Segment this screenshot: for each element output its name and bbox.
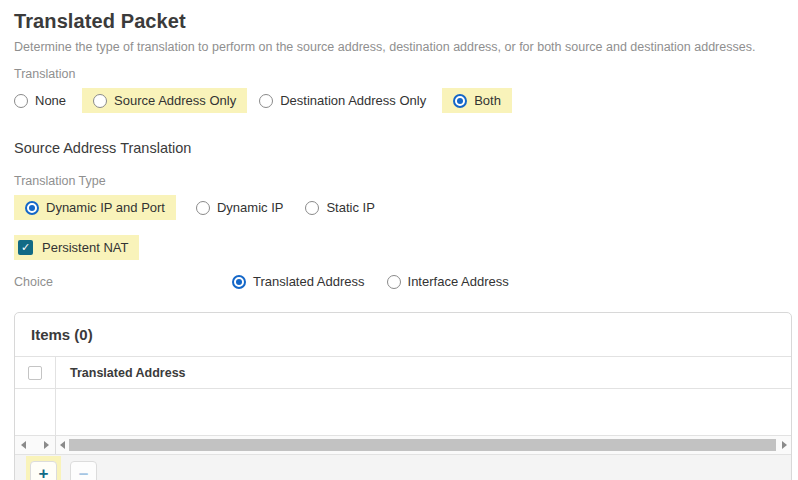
radio-label: Source Address Only [114, 93, 236, 108]
radio-label: Interface Address [408, 274, 509, 289]
remove-item-button[interactable]: – [70, 461, 97, 480]
scroll-right-icon[interactable] [782, 441, 787, 449]
radio-source-address-only[interactable]: Source Address Only [82, 88, 247, 113]
add-item-button[interactable]: + [30, 461, 57, 480]
radio-translated-address[interactable]: Translated Address [232, 269, 365, 294]
persistent-nat-row: Persistent NAT [14, 235, 784, 260]
items-panel-header: Items (0) [15, 313, 791, 357]
radio-icon [14, 94, 28, 108]
radio-icon [196, 201, 210, 215]
radio-label: None [35, 93, 66, 108]
radio-both[interactable]: Both [442, 88, 512, 113]
horizontal-scrollbar[interactable] [56, 436, 791, 454]
table-scrollbar-row [15, 435, 791, 455]
radio-selected-icon [232, 275, 246, 289]
radio-label: Translated Address [253, 274, 365, 289]
checkbox-label: Persistent NAT [42, 240, 128, 255]
choice-label: Choice [14, 275, 232, 289]
translation-type-radio-group: Dynamic IP and Port Dynamic IP Static IP [14, 195, 784, 220]
radio-static-ip[interactable]: Static IP [305, 195, 374, 220]
radio-label: Dynamic IP and Port [46, 200, 165, 215]
items-panel-footer: + – [15, 455, 791, 480]
scroll-left-icon[interactable] [60, 441, 65, 449]
add-button-highlight: + [26, 456, 61, 480]
translated-packet-page: Translated Packet Determine the type of … [0, 0, 798, 480]
radio-label: Static IP [326, 200, 374, 215]
radio-label: Destination Address Only [280, 93, 426, 108]
items-count-title: Items (0) [31, 326, 93, 343]
table-column-header-row: Translated Address [15, 357, 791, 389]
scrollbar-thumb[interactable] [69, 439, 776, 451]
items-panel: Items (0) Translated Address + [14, 312, 792, 480]
pager-left-icon[interactable] [21, 441, 26, 449]
checkbox-checked-icon [18, 240, 33, 255]
radio-icon [259, 94, 273, 108]
column-pager [15, 436, 56, 454]
radio-label: Dynamic IP [217, 200, 283, 215]
radio-dynamic-ip-and-port[interactable]: Dynamic IP and Port [14, 195, 176, 220]
checkbox-column-gutter [15, 389, 56, 435]
pager-right-icon[interactable] [44, 441, 49, 449]
column-header-translated-address: Translated Address [56, 357, 186, 388]
radio-icon [305, 201, 319, 215]
radio-selected-icon [25, 201, 39, 215]
translation-type-label: Translation Type [14, 174, 784, 188]
translation-radio-group: None Source Address Only Destination Add… [14, 88, 784, 113]
page-title: Translated Packet [14, 10, 784, 33]
radio-icon [387, 275, 401, 289]
select-all-checkbox[interactable] [28, 366, 42, 380]
table-body-empty [15, 389, 791, 435]
radio-none[interactable]: None [14, 88, 66, 113]
choice-row: Choice Translated Address Interface Addr… [14, 269, 784, 294]
persistent-nat-checkbox[interactable]: Persistent NAT [14, 235, 139, 260]
radio-dynamic-ip[interactable]: Dynamic IP [196, 195, 283, 220]
radio-selected-icon [453, 94, 467, 108]
radio-destination-address-only[interactable]: Destination Address Only [259, 88, 426, 113]
radio-icon [93, 94, 107, 108]
translation-label: Translation [14, 67, 784, 81]
source-address-translation-heading: Source Address Translation [14, 140, 784, 156]
radio-interface-address[interactable]: Interface Address [387, 269, 509, 294]
select-all-cell [15, 357, 56, 388]
page-description: Determine the type of translation to per… [14, 40, 784, 54]
radio-label: Both [474, 93, 501, 108]
